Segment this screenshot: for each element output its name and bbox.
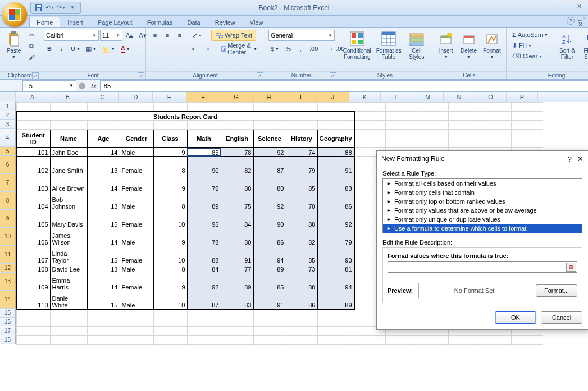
increase-decimal-icon[interactable]: .00→	[307, 43, 326, 54]
row-header-8[interactable]: 8	[0, 192, 16, 210]
row-header-4[interactable]: 4	[0, 129, 16, 147]
align-middle-icon[interactable]: ≡	[162, 30, 173, 41]
alignment-launcher[interactable]: ⤢	[257, 72, 263, 79]
redo-icon[interactable]: ↷▼	[57, 3, 66, 12]
tab-data[interactable]: Data	[180, 17, 207, 27]
row-header-3[interactable]: 3	[0, 120, 16, 129]
office-button[interactable]	[2, 2, 27, 27]
rule-type-item[interactable]: Format only top or bottom ranked values	[383, 197, 582, 206]
wrap-text-button[interactable]: Wrap Text	[211, 30, 256, 41]
col-header-J[interactable]: J	[317, 92, 349, 102]
fx-icon[interactable]: fx	[91, 82, 97, 89]
col-header-I[interactable]: I	[285, 92, 317, 102]
align-right-icon[interactable]: ≡	[174, 43, 185, 54]
range-picker-icon[interactable]: ⊞	[566, 263, 576, 272]
row-header-6[interactable]: 6	[0, 156, 16, 174]
decrease-indent-icon[interactable]: ⇤	[189, 43, 200, 54]
ok-button[interactable]: OK	[495, 311, 536, 324]
fill-button[interactable]: ⬇ Fill▼	[510, 40, 554, 50]
tab-formulas[interactable]: Formulas	[140, 17, 180, 27]
underline-button[interactable]: U▼	[69, 43, 83, 54]
row-header-13[interactable]: 13	[0, 273, 16, 291]
autosum-button[interactable]: Σ AutoSum▼	[510, 30, 554, 40]
format-cells-button[interactable]: Format▼	[481, 30, 503, 60]
paste-button[interactable]: Paste ▼	[3, 30, 24, 60]
cancel-formula-icon[interactable]: ⬤	[76, 82, 88, 89]
font-color-button[interactable]: A▼	[118, 43, 133, 54]
align-bottom-icon[interactable]: ≡	[174, 30, 185, 41]
row-header-1[interactable]: 1	[0, 102, 16, 111]
orientation-icon[interactable]: ⤢▼	[190, 30, 204, 41]
col-header-C[interactable]: C	[86, 92, 119, 102]
row-header-16[interactable]: 16	[0, 318, 16, 326]
font-launcher[interactable]: ⤢	[138, 72, 144, 79]
col-header-N[interactable]: N	[444, 92, 475, 102]
help-icon[interactable]: ?	[567, 17, 575, 25]
save-icon[interactable]	[34, 3, 43, 12]
row-header-10[interactable]: 10	[0, 228, 16, 246]
row-header-9[interactable]: 9	[0, 210, 16, 228]
row-header-15[interactable]: 15	[0, 309, 16, 318]
comma-icon[interactable]: ,	[295, 43, 306, 54]
insert-cells-button[interactable]: Insert▼	[436, 30, 456, 60]
italic-button[interactable]: I	[56, 43, 67, 54]
row-header-18[interactable]: 18	[0, 335, 16, 344]
tab-home[interactable]: Home	[29, 17, 60, 27]
col-header-E[interactable]: E	[153, 92, 186, 102]
formula-input[interactable]: 85	[100, 80, 588, 91]
qat-customize-icon[interactable]: ▼	[68, 3, 77, 12]
dialog-titlebar[interactable]: New Formatting Rule ? ✕	[377, 151, 588, 167]
clear-button[interactable]: ⌫ Clear▼	[510, 51, 554, 61]
col-header-K[interactable]: K	[349, 92, 381, 102]
align-top-icon[interactable]: ≡	[149, 30, 161, 41]
minimize-button[interactable]: —	[537, 1, 553, 11]
delete-cells-button[interactable]: Delete▼	[458, 30, 478, 60]
grow-font-icon[interactable]: A▴	[124, 30, 135, 41]
close-button[interactable]: ✕	[571, 1, 587, 11]
conditional-formatting-button[interactable]: Conditional Formatting	[341, 30, 373, 61]
row-header-2[interactable]: 2	[0, 111, 16, 120]
tab-insert[interactable]: Insert	[60, 17, 90, 27]
col-header-P[interactable]: P	[507, 92, 538, 102]
cancel-button[interactable]: Cancel	[541, 311, 582, 324]
cell-styles-button[interactable]: Cell Styles	[405, 30, 429, 61]
tab-review[interactable]: Review	[208, 17, 243, 27]
rule-type-item[interactable]: Format only values that are above or bel…	[383, 206, 582, 215]
col-header-G[interactable]: G	[220, 92, 253, 102]
format-as-table-button[interactable]: Format as Table	[375, 30, 403, 61]
maximize-button[interactable]: ☐	[554, 1, 570, 11]
row-header-11[interactable]: 11	[0, 246, 16, 264]
col-header-L[interactable]: L	[381, 92, 412, 102]
rule-type-list[interactable]: Format all cells based on their valuesFo…	[382, 178, 582, 233]
row-header-12[interactable]: 12	[0, 264, 16, 273]
rule-type-item[interactable]: Format only unique or duplicate values	[383, 215, 582, 224]
align-left-icon[interactable]: ≡	[149, 43, 161, 54]
number-launcher[interactable]: ⤢	[330, 72, 336, 79]
rule-type-item[interactable]: Use a formula to determine which cells t…	[383, 224, 582, 233]
font-size-combo[interactable]: 11▼	[100, 30, 122, 41]
font-name-combo[interactable]: Calibri▼	[44, 30, 99, 41]
copy-icon[interactable]: ⧉	[26, 41, 37, 51]
row-header-17[interactable]: 17	[0, 326, 16, 335]
undo-icon[interactable]: ↶▼	[45, 3, 54, 12]
clipboard-launcher[interactable]: ⤢	[32, 72, 39, 79]
minimize-ribbon-icon[interactable]: _ ▫ ✕	[578, 17, 586, 25]
increase-indent-icon[interactable]: ⇥	[201, 43, 212, 54]
sort-filter-button[interactable]: AZ Sort & Filter	[556, 30, 578, 61]
bold-button[interactable]: B	[44, 43, 55, 54]
align-center-icon[interactable]: ≡	[162, 43, 173, 54]
format-painter-icon[interactable]: 🖌	[26, 52, 37, 62]
row-header-5[interactable]: 5	[0, 147, 16, 156]
tab-view[interactable]: View	[243, 17, 271, 27]
border-button[interactable]: ▦▼	[84, 43, 99, 54]
col-header-A[interactable]: A	[16, 92, 49, 102]
currency-icon[interactable]: $▼	[268, 43, 281, 54]
dialog-help-icon[interactable]: ?	[568, 155, 572, 163]
fill-color-button[interactable]: ▼	[100, 43, 117, 54]
merge-center-button[interactable]: Merge & Center▼	[217, 43, 261, 54]
dialog-close-icon[interactable]: ✕	[577, 155, 584, 163]
col-header-D[interactable]: D	[119, 92, 153, 102]
find-select-button[interactable]: Find & Select	[581, 30, 588, 61]
tab-page-layout[interactable]: Page Layout	[90, 17, 140, 27]
cut-icon[interactable]: ✂	[26, 30, 37, 40]
